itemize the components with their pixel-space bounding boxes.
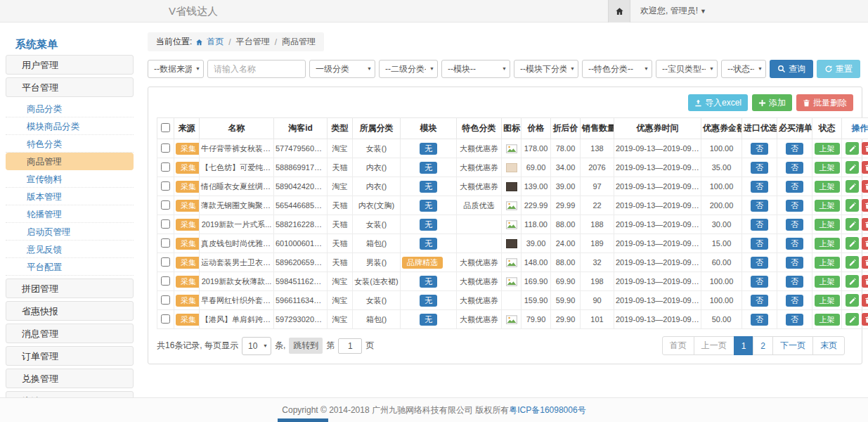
status-badge[interactable]: 上架: [815, 276, 840, 288]
sidebar-section-4[interactable]: 消息管理: [6, 324, 134, 343]
filter-select-4[interactable]: --模块--: [441, 60, 510, 78]
delete-button[interactable]: [862, 199, 868, 212]
icp-link[interactable]: 粤ICP备16098006号: [509, 405, 585, 415]
sidebar-section-5[interactable]: 订单管理: [6, 346, 134, 366]
import-toggle-badge[interactable]: 否: [751, 257, 768, 269]
delete-button[interactable]: [862, 237, 868, 250]
edit-button[interactable]: [846, 180, 859, 193]
row-checkbox[interactable]: [161, 276, 170, 286]
page-button-1[interactable]: 1: [734, 336, 754, 355]
edit-button[interactable]: [846, 256, 859, 269]
user-menu[interactable]: 欢迎您, 管理员!▼: [630, 0, 716, 23]
status-badge[interactable]: 上架: [815, 257, 840, 269]
row-checkbox[interactable]: [161, 238, 170, 248]
sidebar-section-7[interactable]: 统计管理: [6, 391, 134, 397]
row-checkbox[interactable]: [161, 257, 170, 267]
delete-button[interactable]: [862, 180, 868, 193]
sidebar-subitem-7[interactable]: 启动页管理: [6, 223, 134, 241]
page-button-首页[interactable]: 首页: [662, 336, 694, 355]
import-toggle-badge[interactable]: 否: [751, 219, 768, 231]
sidebar-section-1[interactable]: 平台管理: [6, 77, 134, 97]
sidebar-subitem-1[interactable]: 模块商品分类: [6, 117, 134, 135]
page-button-上一页[interactable]: 上一页: [694, 336, 734, 355]
edit-button[interactable]: [846, 142, 859, 155]
edit-button[interactable]: [846, 199, 859, 212]
must-buy-toggle-badge[interactable]: 否: [786, 181, 803, 193]
sidebar-subitem-4[interactable]: 宣传物料: [6, 170, 134, 188]
status-badge[interactable]: 上架: [815, 143, 840, 155]
import-toggle-badge[interactable]: 否: [751, 238, 768, 250]
import-toggle-badge[interactable]: 否: [751, 200, 768, 212]
edit-button[interactable]: [846, 275, 859, 288]
sidebar-section-2[interactable]: 拼团管理: [6, 279, 134, 298]
module-badge[interactable]: 无: [420, 162, 437, 174]
must-buy-toggle-badge[interactable]: 否: [786, 162, 803, 174]
page-button-2[interactable]: 2: [753, 336, 773, 355]
status-badge[interactable]: 上架: [815, 295, 840, 307]
delete-button[interactable]: [862, 313, 868, 326]
jump-to-button[interactable]: 跳转到: [289, 338, 323, 354]
must-buy-toggle-badge[interactable]: 否: [786, 200, 803, 212]
status-badge[interactable]: 上架: [815, 238, 840, 250]
edit-button[interactable]: [846, 218, 859, 231]
delete-button[interactable]: [862, 161, 868, 174]
import-toggle-badge[interactable]: 否: [751, 314, 768, 326]
must-buy-toggle-badge[interactable]: 否: [786, 143, 803, 155]
filter-select-6[interactable]: --特色分类--: [582, 60, 652, 78]
filter-select-8[interactable]: --状态--: [721, 60, 766, 78]
module-badge[interactable]: 无: [420, 276, 437, 288]
edit-button[interactable]: [846, 313, 859, 326]
page-button-下一页[interactable]: 下一页: [772, 336, 813, 355]
module-badge[interactable]: 无: [420, 181, 437, 193]
page-button-末页[interactable]: 末页: [812, 336, 845, 355]
import-toggle-badge[interactable]: 否: [751, 162, 768, 174]
batch-delete-button[interactable]: 批量删除: [796, 94, 853, 111]
sidebar-subitem-8[interactable]: 意见反馈: [6, 241, 134, 258]
status-badge[interactable]: 上架: [815, 181, 840, 193]
import-excel-button[interactable]: 导入excel: [688, 94, 748, 111]
filter-select-3[interactable]: --二级分类--: [379, 60, 438, 78]
import-toggle-badge[interactable]: 否: [751, 295, 768, 307]
delete-button[interactable]: [862, 218, 868, 231]
filter-select-0[interactable]: --数据来源--: [148, 60, 204, 78]
module-badge[interactable]: 无: [420, 200, 437, 212]
import-toggle-badge[interactable]: 否: [751, 181, 768, 193]
import-toggle-badge[interactable]: 否: [751, 276, 768, 288]
must-buy-toggle-badge[interactable]: 否: [786, 295, 803, 307]
status-badge[interactable]: 上架: [815, 314, 840, 326]
module-badge[interactable]: 品牌精选: [402, 257, 443, 269]
search-name-input[interactable]: [207, 60, 306, 78]
delete-button[interactable]: [862, 275, 868, 288]
edit-button[interactable]: [846, 237, 859, 250]
filter-select-2[interactable]: 一级分类: [309, 60, 375, 78]
row-checkbox[interactable]: [161, 143, 170, 153]
sidebar-section-6[interactable]: 兑换管理: [6, 369, 134, 388]
module-badge[interactable]: 无: [420, 295, 437, 307]
must-buy-toggle-badge[interactable]: 否: [786, 276, 803, 288]
status-badge[interactable]: 上架: [815, 162, 840, 174]
row-checkbox[interactable]: [161, 295, 170, 305]
status-badge[interactable]: 上架: [815, 219, 840, 231]
must-buy-toggle-badge[interactable]: 否: [786, 238, 803, 250]
module-badge[interactable]: 无: [420, 143, 437, 155]
page-number-input[interactable]: [338, 338, 362, 354]
add-button[interactable]: 添加: [752, 94, 792, 111]
module-badge[interactable]: 无: [420, 219, 437, 231]
module-badge[interactable]: 无: [420, 238, 437, 250]
row-checkbox[interactable]: [161, 162, 170, 172]
search-button[interactable]: 查询: [770, 60, 813, 78]
sidebar-section-0[interactable]: 用户管理: [6, 55, 134, 75]
delete-button[interactable]: [862, 256, 868, 269]
filter-select-7[interactable]: --宝贝类型--: [656, 60, 718, 78]
sidebar-subitem-0[interactable]: 商品分类: [6, 100, 134, 117]
module-badge[interactable]: 无: [420, 314, 437, 326]
sidebar-subitem-9[interactable]: 平台配置: [6, 258, 134, 276]
sidebar-subitem-2[interactable]: 特色分类: [6, 135, 134, 153]
sidebar-subitem-3[interactable]: 商品管理: [6, 153, 134, 170]
row-checkbox[interactable]: [161, 200, 170, 210]
sidebar-subitem-6[interactable]: 轮播管理: [6, 205, 134, 223]
home-button[interactable]: [608, 0, 630, 23]
row-checkbox[interactable]: [161, 314, 170, 324]
sidebar-subitem-5[interactable]: 版本管理: [6, 188, 134, 205]
row-checkbox[interactable]: [161, 181, 170, 191]
